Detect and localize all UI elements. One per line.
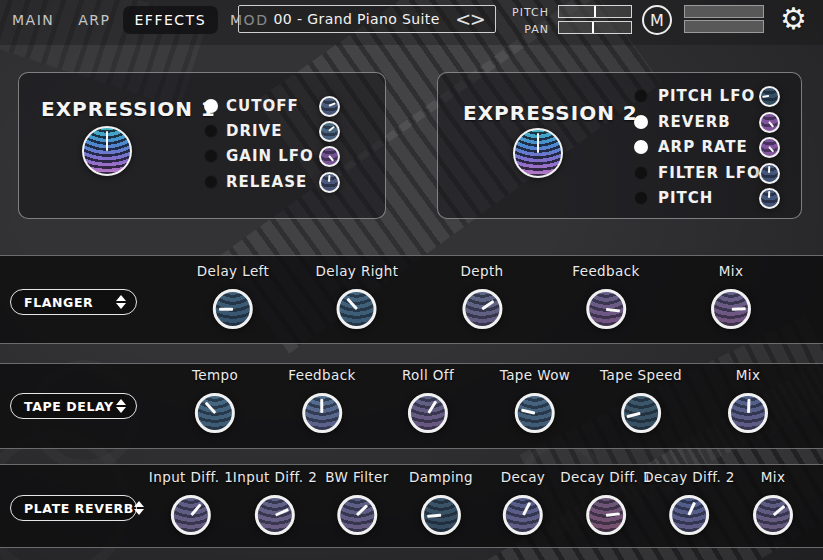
pan-slider[interactable] <box>558 21 632 34</box>
target-label-release: RELEASE <box>226 173 307 191</box>
param-knob-feedback[interactable] <box>302 393 342 433</box>
param-knob-decay[interactable] <box>503 495 543 535</box>
preset-selector[interactable]: 00 - Grand Piano Suite < > <box>238 5 496 33</box>
target-radio-pitch[interactable] <box>634 191 648 205</box>
pitch-slider-handle[interactable] <box>594 6 596 17</box>
target-knob-filter-lfo[interactable] <box>759 163 780 184</box>
target-knob-gain-lfo[interactable] <box>319 146 340 167</box>
knob-pointer <box>328 126 335 132</box>
target-knob-reverb[interactable] <box>759 112 780 133</box>
param-knob-delay-left[interactable] <box>213 289 253 329</box>
knob-pointer <box>606 512 621 516</box>
knob-pointer <box>688 501 697 515</box>
param-knob-mix[interactable] <box>728 393 768 433</box>
knob-pointer <box>768 191 770 198</box>
tab-arp[interactable]: ARP <box>66 6 122 34</box>
param-knob-tempo[interactable] <box>195 393 235 433</box>
target-radio-release[interactable] <box>204 175 218 189</box>
param-label: Feedback <box>572 263 640 279</box>
target-knob-pitch-lfo[interactable] <box>759 86 780 107</box>
pan-slider-handle[interactable] <box>592 22 594 33</box>
target-knob-cutoff[interactable] <box>319 96 340 117</box>
target-radio-drive[interactable] <box>204 124 218 138</box>
param-label: Decay Diff. 2 <box>643 469 735 485</box>
knob-pointer <box>106 131 109 151</box>
tape-delay-effect-selector[interactable]: TAPE DELAY <box>10 393 137 419</box>
target-radio-arp-rate[interactable] <box>634 140 648 154</box>
preset-next-icon[interactable]: > <box>470 10 486 29</box>
knob-pointer <box>522 502 531 516</box>
knob-pointer <box>772 505 785 516</box>
target-knob-arp-rate[interactable] <box>759 137 780 158</box>
target-knob-drive[interactable] <box>319 121 340 142</box>
target-label-cutoff: CUTOFF <box>226 97 299 115</box>
knob-pointer <box>321 399 324 413</box>
tab-effects[interactable]: EFFECTS <box>123 6 219 34</box>
fx-param-decay-diff-2: Decay Diff. 2 <box>643 469 735 535</box>
plate-reverb-effect-selector[interactable]: PLATE REVERB <box>10 495 137 521</box>
target-knob-pitch[interactable] <box>759 188 780 209</box>
mute-button[interactable]: M <box>642 5 672 35</box>
up-down-arrows-icon <box>116 295 126 309</box>
fx-param-tape-wow: Tape Wow <box>500 367 571 433</box>
target-radio-pitch-lfo[interactable] <box>634 89 648 103</box>
output-meter-bottom <box>684 20 764 33</box>
param-label: Roll Off <box>402 367 454 383</box>
target-radio-reverb[interactable] <box>634 115 648 129</box>
knob-pointer <box>537 133 540 153</box>
target-radio-cutoff[interactable] <box>204 99 218 113</box>
fx-param-decay: Decay <box>501 469 545 535</box>
output-meter-top <box>684 5 764 18</box>
knob-pointer <box>627 412 642 418</box>
param-label: Decay Diff. 1 <box>560 469 652 485</box>
param-knob-input-diff-2[interactable] <box>255 495 295 535</box>
knob-pointer <box>328 175 330 182</box>
param-knob-decay-diff-1[interactable] <box>586 495 626 535</box>
knob-pointer <box>768 121 774 127</box>
param-knob-delay-right[interactable] <box>337 289 377 329</box>
param-label: Tape Wow <box>500 367 571 383</box>
fx-param-decay-diff-1: Decay Diff. 1 <box>560 469 652 535</box>
knob-pointer <box>274 508 288 517</box>
expression-1-main-knob[interactable] <box>82 126 132 176</box>
target-radio-filter-lfo[interactable] <box>634 166 648 180</box>
fx-param-feedback: Feedback <box>572 263 640 329</box>
param-knob-damping[interactable] <box>421 495 461 535</box>
up-down-arrows-icon <box>134 501 144 515</box>
param-knob-decay-diff-2[interactable] <box>669 495 709 535</box>
flanger-effect-selector[interactable]: FLANGER <box>10 289 137 315</box>
param-label: Decay <box>501 469 545 485</box>
knob-pointer <box>762 95 769 98</box>
knob-pointer <box>427 514 441 518</box>
fx-param-tape-speed: Tape Speed <box>600 367 682 433</box>
param-knob-tape-wow[interactable] <box>515 393 555 433</box>
param-knob-bw-filter[interactable] <box>337 495 377 535</box>
param-knob-roll-off[interactable] <box>408 393 448 433</box>
target-knob-release[interactable] <box>319 172 340 193</box>
target-radio-gain-lfo[interactable] <box>204 149 218 163</box>
tape-delay-section: TAPE DELAY TempoFeedbackRoll OffTape Wow… <box>0 363 823 449</box>
param-label: Feedback <box>288 367 356 383</box>
expression-2-main-knob[interactable] <box>513 128 563 178</box>
param-label: Tempo <box>192 367 238 383</box>
param-knob-mix[interactable] <box>753 495 793 535</box>
selector-label: PLATE REVERB <box>24 501 134 516</box>
tab-main[interactable]: MAIN <box>0 6 66 34</box>
param-knob-mix[interactable] <box>711 289 751 329</box>
knob-pointer <box>219 308 233 311</box>
target-label-pitch: PITCH <box>658 189 713 207</box>
knob-pointer <box>606 308 621 313</box>
param-label: Mix <box>711 263 751 279</box>
expression-2-panel: EXPRESSION 2 PITCH LFOREVERBARP RATEFILT… <box>437 72 802 219</box>
param-knob-tape-speed[interactable] <box>621 393 661 433</box>
pitch-slider[interactable] <box>558 5 632 18</box>
param-knob-feedback[interactable] <box>586 289 626 329</box>
param-knob-input-diff-1[interactable] <box>171 495 211 535</box>
selector-label: FLANGER <box>24 295 93 310</box>
target-label-reverb: REVERB <box>658 113 731 131</box>
param-knob-depth[interactable] <box>462 289 502 329</box>
param-label: BW Filter <box>325 469 388 485</box>
fx-param-delay-right: Delay Right <box>316 263 399 329</box>
settings-gear-icon[interactable]: ⚙ <box>780 1 807 36</box>
knob-pointer <box>747 399 750 413</box>
